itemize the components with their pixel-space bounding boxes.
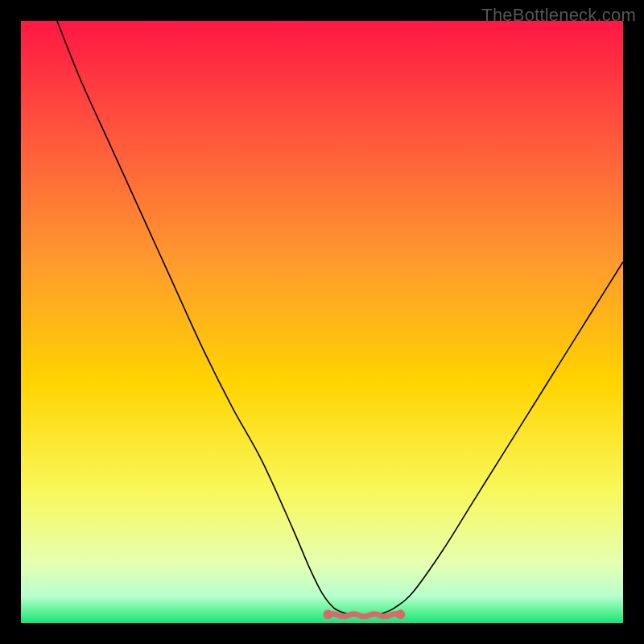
chart-stage: TheBottleneck.com [0, 0, 644, 644]
plot-area [21, 21, 623, 623]
watermark-text: TheBottleneck.com [481, 5, 636, 26]
gradient-background [21, 21, 623, 623]
chart-svg [21, 21, 623, 623]
